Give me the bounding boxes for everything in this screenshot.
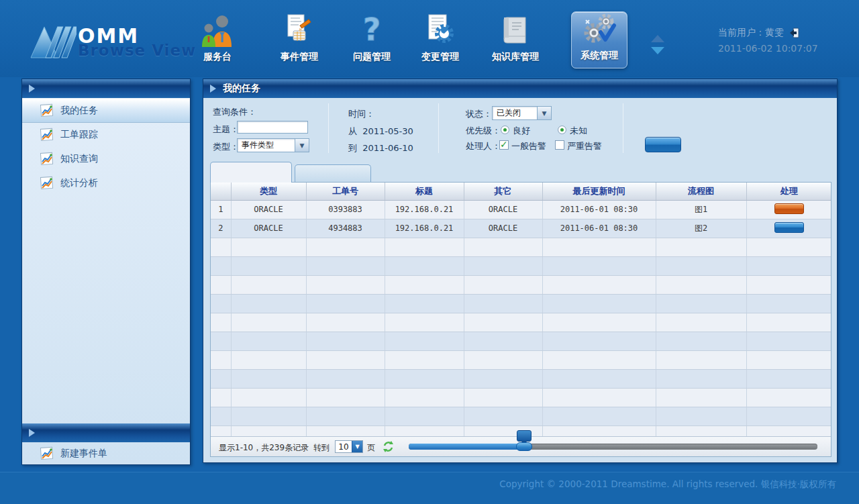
cell-action bbox=[746, 200, 831, 219]
from-date[interactable]: 2011-05-30 bbox=[362, 126, 413, 136]
empty-cell bbox=[542, 332, 656, 350]
cell-updated: 2011-06-01 08:30 bbox=[542, 219, 656, 238]
empty-cell bbox=[306, 369, 385, 388]
cell-other: ORACLE bbox=[464, 219, 542, 238]
nav-item-2[interactable]: 事件管理 bbox=[264, 12, 334, 70]
checkbox-general-alarm[interactable] bbox=[499, 140, 509, 150]
priority-label: 优先级： bbox=[466, 125, 501, 137]
empty-row bbox=[211, 294, 831, 313]
empty-row bbox=[211, 350, 831, 369]
type-select-value: 事件类型 bbox=[238, 140, 295, 151]
column-header: 处理 bbox=[746, 183, 831, 200]
empty-cell bbox=[211, 294, 231, 313]
checkbox-severe-alarm[interactable] bbox=[555, 140, 564, 150]
empty-cell bbox=[746, 238, 831, 256]
empty-cell bbox=[542, 407, 656, 425]
empty-cell bbox=[656, 332, 746, 350]
nav-item-5[interactable]: 知识库管理 bbox=[481, 12, 550, 70]
status-select-value: 已关闭 bbox=[493, 107, 537, 119]
tab-list-2[interactable] bbox=[295, 164, 371, 183]
sidebar-item-3[interactable]: 知识查询 bbox=[22, 147, 190, 171]
chevron-up-icon[interactable] bbox=[651, 35, 664, 42]
empty-row bbox=[211, 238, 831, 256]
row-index: 2 bbox=[211, 219, 231, 238]
to-date[interactable]: 2011-06-10 bbox=[362, 143, 413, 153]
empty-cell bbox=[542, 313, 656, 332]
main-panel: 我的任务 查询条件： 主题： 类型： 事件类型 ▼ 时间： 从 2011-05-… bbox=[203, 79, 838, 463]
handle-button[interactable] bbox=[774, 203, 804, 214]
empty-cell bbox=[231, 256, 306, 275]
empty-row bbox=[211, 407, 831, 425]
page-select[interactable]: 10 ▼ bbox=[335, 440, 363, 453]
sidebar-item-new-incident[interactable]: 新建事件单 bbox=[22, 442, 190, 466]
empty-cell bbox=[464, 388, 542, 407]
subject-input[interactable] bbox=[237, 121, 308, 134]
chevron-down-icon[interactable]: ▼ bbox=[537, 107, 551, 119]
nav-item-3[interactable]: ?问题管理 bbox=[337, 12, 407, 70]
radio-good[interactable] bbox=[501, 125, 509, 134]
page-slider-track[interactable] bbox=[409, 444, 817, 450]
empty-cell bbox=[542, 350, 656, 369]
empty-cell bbox=[231, 238, 306, 256]
empty-cell bbox=[211, 407, 231, 425]
empty-cell bbox=[542, 256, 656, 275]
empty-cell bbox=[231, 407, 306, 425]
cell-order-no: 0393883 bbox=[306, 200, 385, 219]
empty-cell bbox=[385, 313, 464, 332]
radio-unknown[interactable] bbox=[558, 125, 566, 134]
chevron-down-icon[interactable]: ▼ bbox=[352, 441, 362, 452]
empty-cell bbox=[464, 313, 542, 332]
sidebar-item-4[interactable]: 统计分析 bbox=[22, 171, 190, 195]
record-summary: 显示1-10，共239条记录 bbox=[219, 442, 309, 454]
logout-icon[interactable] bbox=[789, 28, 800, 38]
logo-subtitle: Browse View bbox=[78, 42, 196, 59]
pagination-bar: 显示1-10，共239条记录 转到 10 ▼ 页 bbox=[211, 436, 831, 456]
chevron-down-icon[interactable] bbox=[651, 47, 664, 54]
table-header-row: 类型工单号标题其它最后更新时间流程图处理 bbox=[211, 183, 831, 200]
chevron-down-icon[interactable]: ▼ bbox=[295, 139, 309, 152]
nav-item-1[interactable]: 服务台 bbox=[183, 12, 252, 70]
chart-doc-icon bbox=[40, 128, 54, 142]
nav-item-6[interactable]: 系统管理 bbox=[571, 11, 627, 68]
sidebar-item-2[interactable]: 工单跟踪 bbox=[22, 123, 190, 147]
empty-cell bbox=[746, 275, 831, 294]
document-gear-icon bbox=[405, 12, 475, 47]
sidebar-bottom-bar[interactable] bbox=[22, 423, 190, 442]
empty-cell bbox=[211, 256, 231, 275]
time-from: 从 2011-05-30 bbox=[348, 125, 413, 138]
sidebar-top-bar[interactable] bbox=[22, 79, 190, 98]
status-select[interactable]: 已关闭 ▼ bbox=[492, 106, 552, 120]
empty-cell bbox=[211, 313, 231, 332]
sidebar-item-1[interactable]: 我的任务 bbox=[22, 99, 190, 123]
table-row[interactable]: 1ORACLE0393883192.168.0.21ORACLE2011-06-… bbox=[211, 200, 831, 219]
empty-cell bbox=[385, 294, 464, 313]
search-button[interactable] bbox=[645, 137, 681, 152]
tab-list-1[interactable] bbox=[210, 162, 292, 183]
nav-item-4[interactable]: 变更管理 bbox=[405, 12, 475, 70]
sidebar-item-label: 工单跟踪 bbox=[60, 129, 98, 141]
empty-cell bbox=[746, 369, 831, 388]
page-title: 我的任务 bbox=[223, 83, 260, 95]
empty-cell bbox=[656, 369, 746, 388]
empty-cell bbox=[464, 275, 542, 294]
empty-cell bbox=[306, 332, 385, 350]
empty-cell bbox=[306, 275, 385, 294]
cell-flow-link[interactable]: 图1 bbox=[656, 200, 746, 219]
page-select-value: 10 bbox=[336, 441, 352, 452]
empty-row bbox=[211, 275, 831, 294]
cell-flow-link[interactable]: 图2 bbox=[656, 219, 746, 238]
empty-cell bbox=[656, 238, 746, 256]
table-row[interactable]: 2ORACLE4934883192.168.0.21ORACLE2011-06-… bbox=[211, 219, 831, 238]
current-datetime: 2011-06-02 10:07:07 bbox=[718, 43, 839, 54]
nav-scroll-control[interactable] bbox=[651, 35, 666, 54]
type-select[interactable]: 事件类型 ▼ bbox=[237, 138, 309, 152]
omm-logo-icon bbox=[30, 23, 77, 59]
empty-cell bbox=[385, 350, 464, 369]
cell-order-no: 4934883 bbox=[306, 219, 385, 238]
empty-cell bbox=[306, 350, 385, 369]
refresh-icon[interactable] bbox=[382, 440, 395, 453]
page-slider-handle[interactable] bbox=[516, 442, 532, 451]
goto-label: 转到 bbox=[313, 442, 330, 454]
handle-button[interactable] bbox=[774, 222, 804, 233]
arrow-right-icon bbox=[29, 85, 35, 93]
